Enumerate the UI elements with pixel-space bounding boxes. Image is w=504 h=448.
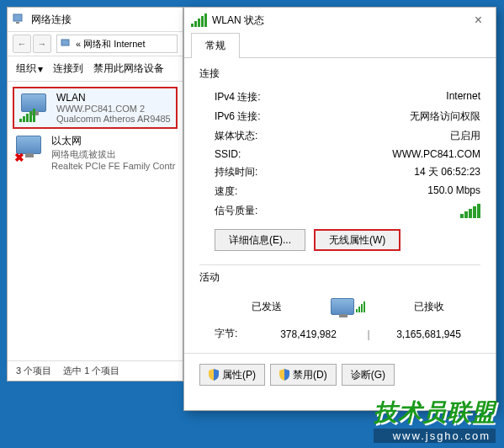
status-count: 3 个项目 bbox=[16, 365, 51, 377]
watermark-text: 技术员联盟 bbox=[374, 397, 496, 429]
sent-label: 已发送 bbox=[215, 300, 318, 314]
dialog-tabs: 常规 bbox=[184, 33, 496, 58]
toolbar-organize[interactable]: 组织 ▾ bbox=[16, 61, 43, 76]
bytes-label: 字节: bbox=[215, 327, 257, 341]
connection-sub1: 网络电缆被拔出 bbox=[51, 148, 176, 161]
connection-item-ethernet[interactable]: ✖ 以太网 网络电缆被拔出 Realtek PCIe FE Family Con… bbox=[8, 131, 183, 174]
breadcrumb-text: 网络和 Internet bbox=[83, 38, 145, 51]
back-button[interactable]: ← bbox=[13, 35, 31, 53]
signal-quality-icon bbox=[460, 204, 480, 218]
speed-value: 150.0 Mbps bbox=[427, 184, 480, 199]
explorer-statusbar: 3 个项目 选中 1 个项目 bbox=[8, 360, 183, 381]
bytes-sent-value: 378,419,982 bbox=[257, 328, 360, 340]
ssid-value: WWW.PC841.COM bbox=[392, 148, 480, 160]
properties-button[interactable]: 属性(P) bbox=[199, 364, 265, 386]
dialog-footer: 属性(P) 禁用(D) 诊断(G) bbox=[184, 353, 496, 396]
bytes-recv-value: 3,165,681,945 bbox=[377, 328, 480, 340]
explorer-navbar: ← → « 网络和 Internet bbox=[8, 31, 183, 56]
breadcrumb-icon bbox=[61, 39, 72, 49]
activity-icon bbox=[318, 298, 377, 315]
svg-rect-0 bbox=[13, 14, 22, 21]
shield-icon bbox=[209, 369, 219, 381]
breadcrumb-prefix: « bbox=[76, 39, 81, 49]
disconnected-icon: ✖ bbox=[14, 151, 24, 164]
speed-label: 速度: bbox=[215, 184, 237, 199]
tab-general[interactable]: 常规 bbox=[191, 33, 240, 58]
connection-sub2: Qualcomm Atheros AR9485 bbox=[56, 114, 171, 124]
explorer-title-text: 网络连接 bbox=[31, 13, 72, 27]
toolbar-connect[interactable]: 连接到 bbox=[53, 61, 83, 76]
connection-name: WLAN bbox=[56, 92, 171, 104]
group-activity: 活动 bbox=[199, 270, 480, 285]
duration-value: 14 天 06:52:23 bbox=[414, 165, 480, 179]
explorer-window: 网络连接 ← → « 网络和 Internet 组织 ▾ 连接到 禁用此网络设备… bbox=[7, 7, 183, 381]
connection-sub1: WWW.PC841.COM 2 bbox=[56, 104, 171, 114]
dialog-title-text: WLAN 状态 bbox=[212, 13, 264, 28]
received-label: 已接收 bbox=[377, 300, 480, 314]
ssid-label: SSID: bbox=[215, 148, 241, 160]
network-icon bbox=[13, 13, 26, 25]
connection-list: WLAN WWW.PC841.COM 2 Qualcomm Atheros AR… bbox=[8, 82, 183, 178]
wlan-status-dialog: WLAN 状态 × 常规 连接 IPv4 连接:Internet IPv6 连接… bbox=[183, 7, 496, 411]
chevron-down-icon: ▾ bbox=[38, 63, 43, 75]
wireless-properties-button[interactable]: 无线属性(W) bbox=[314, 229, 401, 251]
signal-icon bbox=[19, 109, 35, 122]
shield-icon bbox=[279, 369, 289, 381]
connection-sub2: Realtek PCIe FE Family Contr bbox=[51, 161, 176, 171]
ipv6-label: IPv6 连接: bbox=[215, 109, 261, 124]
svg-rect-1 bbox=[16, 22, 19, 24]
status-selected: 选中 1 个项目 bbox=[63, 365, 119, 377]
forward-button[interactable]: → bbox=[33, 35, 51, 53]
quality-label: 信号质量: bbox=[215, 204, 257, 218]
group-connection: 连接 bbox=[199, 67, 480, 81]
toolbar-disable[interactable]: 禁用此网络设备 bbox=[93, 61, 164, 76]
svg-rect-2 bbox=[61, 40, 69, 45]
close-button[interactable]: × bbox=[468, 13, 489, 28]
dialog-titlebar: WLAN 状态 × bbox=[184, 8, 496, 33]
details-button[interactable]: 详细信息(E)... bbox=[215, 229, 305, 251]
ipv4-value: Internet bbox=[446, 90, 480, 104]
explorer-toolbar: 组织 ▾ 连接到 禁用此网络设备 bbox=[8, 56, 183, 82]
ipv6-value: 无网络访问权限 bbox=[410, 109, 480, 124]
explorer-titlebar: 网络连接 bbox=[8, 8, 183, 31]
ipv4-label: IPv4 连接: bbox=[215, 90, 261, 104]
breadcrumb[interactable]: « 网络和 Internet bbox=[56, 35, 178, 53]
disable-button[interactable]: 禁用(D) bbox=[270, 364, 337, 386]
wlan-icon bbox=[19, 92, 50, 122]
ethernet-icon: ✖ bbox=[14, 134, 45, 164]
diagnose-button[interactable]: 诊断(G) bbox=[342, 364, 395, 386]
watermark-url: www.jsgho.com bbox=[374, 429, 496, 443]
watermark: 技术员联盟 www.jsgho.com bbox=[374, 397, 496, 443]
connection-name: 以太网 bbox=[51, 134, 176, 148]
media-value: 已启用 bbox=[450, 129, 480, 143]
signal-icon bbox=[191, 13, 207, 27]
connection-item-wlan[interactable]: WLAN WWW.PC841.COM 2 Qualcomm Atheros AR… bbox=[13, 87, 178, 129]
media-label: 媒体状态: bbox=[215, 129, 257, 143]
duration-label: 持续时间: bbox=[215, 165, 257, 179]
